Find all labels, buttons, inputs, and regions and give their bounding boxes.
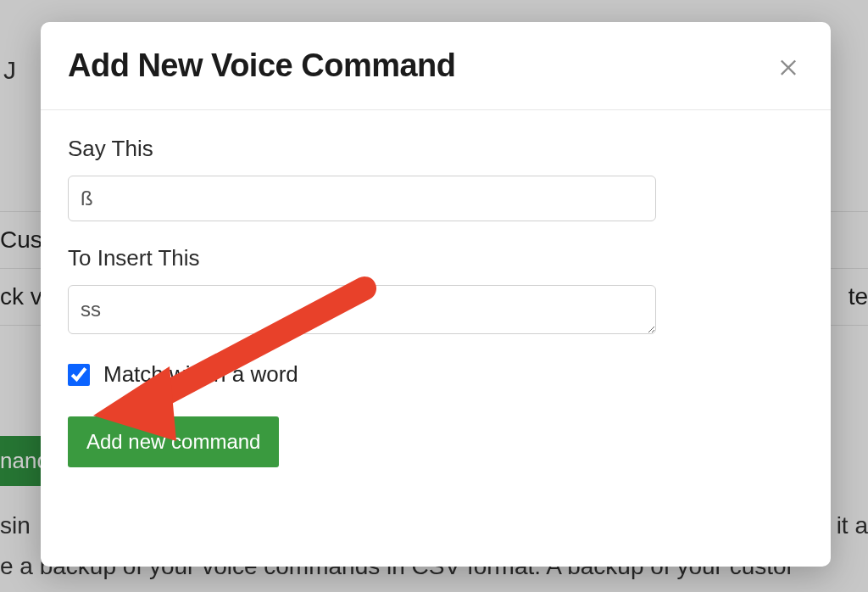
match-within-row: Match within a word <box>68 361 804 388</box>
match-within-label[interactable]: Match within a word <box>103 361 298 388</box>
modal-body: Say This To Insert This Match within a w… <box>41 110 831 567</box>
say-this-input[interactable] <box>68 176 656 221</box>
modal-header: Add New Voice Command <box>41 22 831 110</box>
to-insert-label: To Insert This <box>68 245 804 271</box>
add-new-command-button[interactable]: Add new command <box>68 416 279 467</box>
add-voice-command-modal: Add New Voice Command Say This To Insert… <box>41 22 831 567</box>
match-within-checkbox[interactable] <box>68 364 90 386</box>
close-icon <box>776 54 800 78</box>
say-this-group: Say This <box>68 136 804 221</box>
to-insert-group: To Insert This <box>68 245 804 338</box>
to-insert-textarea[interactable] <box>68 285 656 334</box>
close-button[interactable] <box>773 51 804 81</box>
say-this-label: Say This <box>68 136 804 162</box>
modal-title: Add New Voice Command <box>68 47 456 84</box>
